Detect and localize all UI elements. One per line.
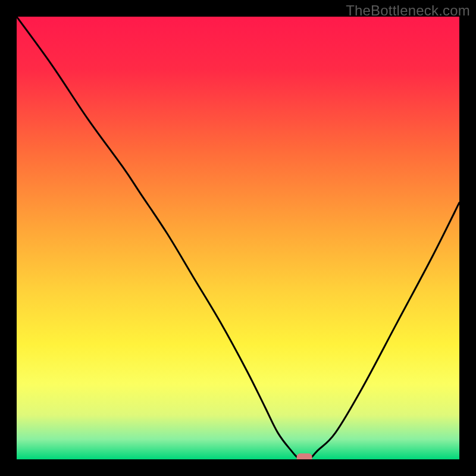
optimal-marker xyxy=(297,453,312,459)
plot-area xyxy=(17,17,459,459)
plot-svg xyxy=(17,17,459,459)
chart-frame: TheBottleneck.com xyxy=(0,0,476,476)
gradient-background xyxy=(17,17,459,459)
watermark-label: TheBottleneck.com xyxy=(346,2,470,19)
